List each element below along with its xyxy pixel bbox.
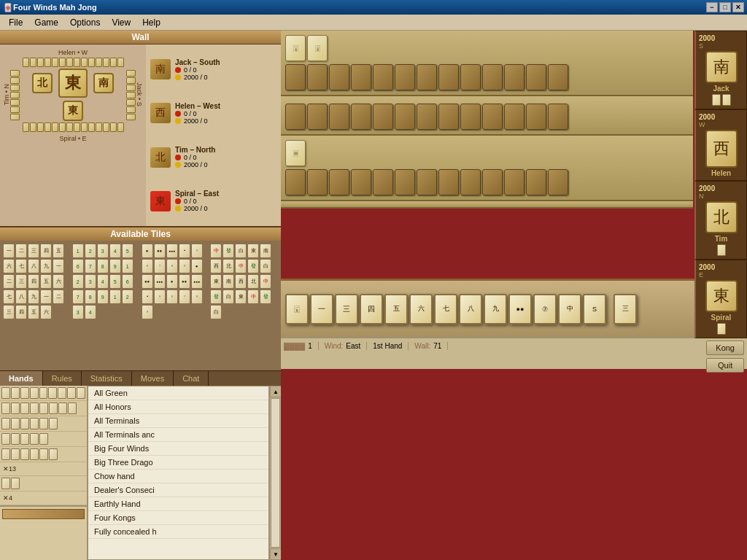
- honor-tile[interactable]: 南: [222, 274, 234, 289]
- hand-preview-row[interactable]: [0, 447, 87, 462]
- bamboo-tile[interactable]: 5: [122, 244, 133, 258]
- honor-tile[interactable]: 西: [235, 274, 247, 289]
- char-tile[interactable]: 三: [28, 244, 39, 258]
- honor-tile[interactable]: 發: [222, 244, 234, 258]
- circle-tile[interactable]: ●: [191, 259, 203, 273]
- honor-tile[interactable]: 發: [260, 289, 271, 304]
- bamboo-tile[interactable]: 5: [109, 274, 121, 289]
- hand-tile-3[interactable]: 三: [335, 294, 358, 324]
- hand-tile-5[interactable]: 五: [384, 294, 408, 324]
- honor-tile[interactable]: 西: [210, 259, 222, 273]
- char-tile[interactable]: 二: [53, 289, 64, 304]
- circle-tile[interactable]: ●: [142, 244, 153, 258]
- hand-item-dealers-consecutive[interactable]: Dealer's Conseci: [88, 483, 268, 497]
- bamboo-tile[interactable]: 1: [109, 289, 121, 304]
- discard-tile[interactable]: 🀙: [285, 140, 306, 166]
- char-tile[interactable]: 二: [3, 274, 15, 289]
- bamboo-tile[interactable]: 3: [72, 305, 84, 319]
- hand-item-all-honors[interactable]: All Honors: [88, 400, 268, 414]
- char-tile[interactable]: 三: [15, 274, 27, 289]
- tab-statistics[interactable]: Statistics: [82, 371, 132, 386]
- circle-tile[interactable]: ●: [166, 274, 178, 289]
- discard-tile[interactable]: 🀈: [307, 35, 328, 61]
- honor-tile[interactable]: 發: [210, 289, 222, 304]
- hand-item-big-four-winds[interactable]: Big Four Winds: [88, 442, 268, 456]
- hand-item-chow-hand[interactable]: Chow hand: [88, 470, 268, 483]
- hand-item-all-terminals[interactable]: All Terminals: [88, 414, 268, 428]
- circle-tile[interactable]: ⁶: [142, 259, 153, 273]
- circle-tile[interactable]: ⁹: [142, 305, 153, 319]
- honor-tile[interactable]: 南: [260, 244, 271, 258]
- hand-item-fully-concealed[interactable]: Fully concealed h: [88, 525, 268, 539]
- char-tile[interactable]: 一: [3, 244, 15, 258]
- tab-rules[interactable]: Rules: [43, 371, 82, 386]
- hand-tile-2[interactable]: 一: [310, 294, 333, 324]
- bamboo-tile[interactable]: 2: [85, 244, 96, 258]
- circle-tile[interactable]: ●●: [179, 274, 190, 289]
- char-tile[interactable]: 八: [15, 289, 27, 304]
- bamboo-tile[interactable]: 1: [72, 244, 84, 258]
- char-tile[interactable]: 六: [53, 274, 64, 289]
- bamboo-tile[interactable]: 7: [72, 289, 84, 304]
- hand-preview-row[interactable]: ✕4: [0, 491, 87, 505]
- hand-item-earthly-hand[interactable]: Earthly Hand: [88, 497, 268, 511]
- bamboo-tile[interactable]: 3: [97, 244, 109, 258]
- tab-chat[interactable]: Chat: [174, 371, 209, 386]
- honor-tile[interactable]: 發: [247, 259, 259, 273]
- bamboo-tile[interactable]: 9: [109, 259, 121, 273]
- hand-preview-row[interactable]: [0, 386, 87, 401]
- maximize-button[interactable]: □: [719, 2, 731, 12]
- hand-preview-row[interactable]: [0, 476, 87, 491]
- honor-tile[interactable]: 東: [247, 244, 259, 258]
- scroll-down-button[interactable]: ▼: [270, 548, 282, 560]
- close-button[interactable]: ✕: [732, 2, 744, 12]
- char-tile[interactable]: 四: [40, 244, 52, 258]
- honor-tile[interactable]: 中: [235, 259, 247, 273]
- char-tile[interactable]: 八: [28, 259, 39, 273]
- circle-tile[interactable]: ●●●: [166, 244, 178, 258]
- hand-preview-row[interactable]: [0, 401, 87, 416]
- bamboo-tile[interactable]: 4: [97, 274, 109, 289]
- hand-item-four-kongs[interactable]: Four Kongs: [88, 511, 268, 525]
- circle-tile[interactable]: ⁸: [166, 259, 178, 273]
- honor-tile[interactable]: 東: [210, 274, 222, 289]
- char-tile[interactable]: 五: [40, 274, 52, 289]
- hand-item-all-green[interactable]: All Green: [88, 386, 268, 400]
- char-tile[interactable]: 四: [15, 305, 27, 319]
- hand-preview-row[interactable]: [0, 416, 87, 432]
- kong-button[interactable]: Kong: [706, 341, 744, 355]
- hand-preview-row[interactable]: [0, 432, 87, 447]
- bamboo-tile[interactable]: 2: [122, 289, 133, 304]
- char-tile[interactable]: 二: [15, 244, 27, 258]
- hand-tile-draw[interactable]: 三: [614, 294, 637, 324]
- bamboo-tile[interactable]: 8: [97, 259, 109, 273]
- bamboo-tile[interactable]: 1: [122, 259, 133, 273]
- bamboo-tile[interactable]: 9: [97, 289, 109, 304]
- char-tile[interactable]: 六: [3, 259, 15, 273]
- circle-tile[interactable]: ⁴: [179, 244, 190, 258]
- circle-tile[interactable]: ⁵: [191, 244, 203, 258]
- hand-tile-7[interactable]: 七: [434, 294, 457, 324]
- char-tile[interactable]: 五: [28, 305, 39, 319]
- tab-hands[interactable]: Hands: [0, 371, 43, 386]
- tab-moves[interactable]: Moves: [132, 371, 174, 386]
- hand-tile-8[interactable]: 八: [459, 294, 482, 324]
- char-tile[interactable]: 一: [40, 289, 52, 304]
- bamboo-tile[interactable]: 2: [72, 274, 84, 289]
- circle-tile[interactable]: ●●: [142, 274, 153, 289]
- hand-tile-6[interactable]: 六: [409, 294, 433, 324]
- hands-scrollbar[interactable]: ▲ ▼: [269, 386, 281, 560]
- circle-tile[interactable]: ⁹: [179, 259, 190, 273]
- circle-tile[interactable]: ⁷: [179, 289, 190, 304]
- honor-tile[interactable]: 中: [210, 244, 222, 258]
- honor-tile[interactable]: 中: [247, 289, 259, 304]
- char-tile[interactable]: 三: [3, 305, 15, 319]
- hand-item-big-three-dragons[interactable]: Big Three Drago: [88, 456, 268, 470]
- circle-tile[interactable]: ⁶: [166, 289, 178, 304]
- circle-tile[interactable]: ⁷: [154, 259, 166, 273]
- honor-tile[interactable]: 北: [222, 259, 234, 273]
- honor-tile[interactable]: 白: [260, 259, 271, 273]
- char-tile[interactable]: 九: [28, 289, 39, 304]
- scroll-up-button[interactable]: ▲: [270, 386, 282, 397]
- bamboo-tile[interactable]: 7: [85, 259, 96, 273]
